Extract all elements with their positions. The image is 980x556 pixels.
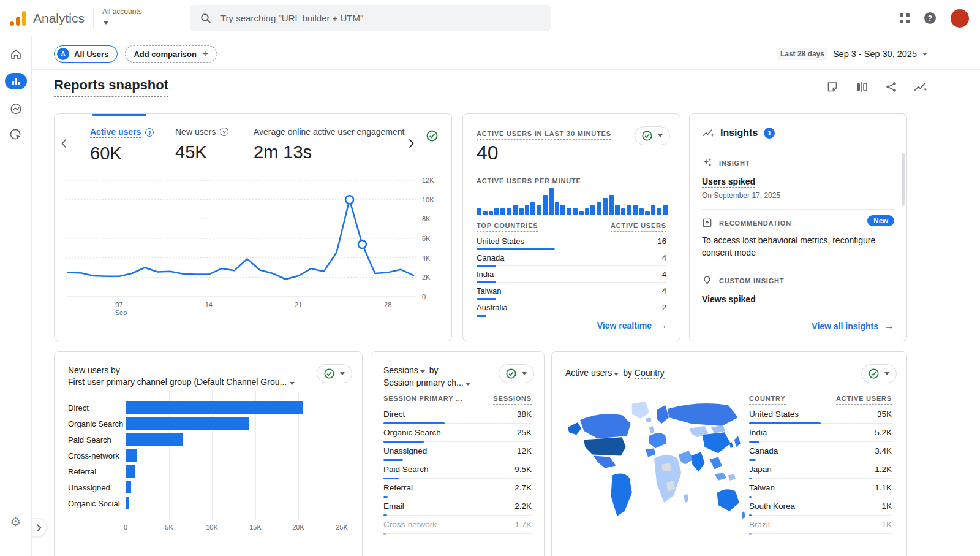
share-icon[interactable] bbox=[885, 81, 897, 93]
bar bbox=[126, 433, 183, 446]
axis-tick-label: 15K bbox=[243, 524, 268, 531]
next-metrics-chevron[interactable] bbox=[409, 139, 415, 151]
check-circle-icon bbox=[506, 368, 516, 379]
recommendation-text[interactable]: To access lost behavioral metrics, recon… bbox=[702, 235, 883, 259]
minute-bar bbox=[627, 205, 631, 215]
avatar[interactable] bbox=[951, 9, 969, 28]
account-switcher[interactable]: All accounts bbox=[102, 7, 142, 27]
svg-text:10K: 10K bbox=[422, 196, 434, 204]
chevron-down-icon bbox=[522, 372, 527, 375]
minute-bar bbox=[543, 195, 548, 215]
insight-users-spiked[interactable]: Users spiked bbox=[702, 177, 755, 188]
value-bar bbox=[477, 315, 486, 317]
table-row: Email2.2K bbox=[383, 497, 532, 516]
search-input[interactable]: Try searching "URL builder + UTM" bbox=[190, 5, 551, 31]
insights-header: Insights 1 bbox=[702, 128, 775, 139]
sidebar-item-admin[interactable]: ⚙ bbox=[10, 514, 21, 529]
insight-section-label: INSIGHT bbox=[702, 158, 750, 168]
minute-bar bbox=[603, 198, 608, 215]
insight-views-spiked[interactable]: Views spiked bbox=[702, 294, 756, 304]
metric-value: 2m 13s bbox=[254, 142, 404, 162]
comparison-mode-icon[interactable] bbox=[855, 81, 869, 93]
date-range-picker[interactable]: Last 28 days Sep 3 - Sep 30, 2025 bbox=[777, 45, 927, 63]
segment-chip-all-users[interactable]: A All Users bbox=[54, 45, 118, 63]
sidebar-item-advertising[interactable] bbox=[9, 128, 23, 142]
bar-label: Paid Search bbox=[68, 435, 124, 444]
metric-tab-new-users[interactable]: New users? 45K bbox=[175, 127, 228, 162]
metric-tab-engagement[interactable]: Average online active user engagement 2m… bbox=[254, 127, 404, 162]
bar-chart-icon bbox=[10, 76, 21, 87]
data-quality-dropdown[interactable] bbox=[635, 126, 670, 145]
add-note-icon[interactable] bbox=[826, 81, 839, 93]
table-row: United States35K bbox=[749, 405, 892, 424]
metric-value: 45K bbox=[175, 142, 228, 162]
realtime-title[interactable]: ACTIVE USERS IN LAST 30 MINUTES bbox=[477, 130, 611, 140]
card-title[interactable]: New users by First user primary channel … bbox=[68, 365, 295, 388]
bar-label: Cross-network bbox=[68, 451, 124, 460]
table-row: Canada3.4K bbox=[749, 442, 892, 460]
value-bar bbox=[477, 281, 496, 283]
card-title[interactable]: Sessions by Session primary ch... bbox=[383, 364, 472, 389]
prev-metrics-chevron[interactable] bbox=[61, 139, 67, 151]
bar-label: Direct bbox=[68, 403, 124, 413]
value-bar bbox=[383, 459, 403, 461]
bar-row: Unassigned bbox=[68, 481, 351, 497]
chevron-down-icon bbox=[340, 372, 345, 375]
date-preset-label: Last 28 days bbox=[777, 48, 827, 60]
bar bbox=[126, 449, 137, 462]
table-row: India4 bbox=[477, 266, 666, 283]
value-bar bbox=[383, 441, 424, 443]
sidebar-item-home[interactable] bbox=[10, 48, 22, 60]
svg-text:28: 28 bbox=[384, 301, 391, 308]
view-all-insights-link[interactable]: View all insights→ bbox=[812, 320, 894, 332]
data-quality-dropdown[interactable] bbox=[499, 364, 534, 383]
account-switcher-label: All accounts bbox=[102, 7, 142, 16]
add-comparison-button[interactable]: Add comparison + bbox=[125, 45, 217, 63]
bar-row: Organic Search bbox=[68, 417, 351, 433]
table-row: Cross-network1.7K bbox=[383, 516, 532, 534]
sidebar-item-explore[interactable] bbox=[9, 102, 22, 115]
sidebar-item-reports-active[interactable] bbox=[5, 73, 27, 89]
advertising-icon bbox=[9, 128, 23, 142]
topbar-divider bbox=[93, 9, 94, 28]
comparison-controls: A All Users Add comparison + bbox=[54, 45, 217, 63]
insights-count-badge: 1 bbox=[764, 128, 775, 139]
help-circle-icon[interactable]: ? bbox=[220, 128, 228, 136]
analytics-logo[interactable]: Analytics bbox=[10, 0, 85, 36]
data-quality-check-icon[interactable] bbox=[426, 130, 438, 144]
check-circle-icon bbox=[642, 131, 652, 141]
analytics-logo-icon bbox=[10, 11, 26, 26]
chevron-down-icon bbox=[922, 53, 927, 56]
minute-bar bbox=[555, 202, 560, 215]
insights-icon[interactable] bbox=[914, 81, 927, 93]
value-bar bbox=[477, 248, 555, 250]
axis-tick-label: 0 bbox=[113, 524, 138, 531]
minute-bar bbox=[513, 205, 518, 215]
minute-bar bbox=[530, 202, 535, 215]
minute-bar bbox=[645, 211, 650, 215]
explore-icon bbox=[9, 102, 22, 115]
card-title[interactable]: Active users by Country bbox=[565, 367, 665, 379]
minute-bar bbox=[507, 208, 511, 215]
metric-tab-active-users[interactable]: Active users? 60K bbox=[90, 127, 154, 164]
axis-tick-label: 5K bbox=[157, 524, 181, 531]
help-circle-icon[interactable]: ? bbox=[145, 128, 154, 137]
table-row: Japan1.2K bbox=[749, 460, 892, 479]
scrollbar[interactable] bbox=[902, 153, 905, 206]
nav-rail: ⚙ bbox=[0, 36, 32, 556]
data-quality-dropdown[interactable] bbox=[317, 364, 352, 383]
help-icon[interactable]: ? bbox=[924, 12, 936, 24]
bar-row: Referral bbox=[68, 465, 351, 481]
value-bar bbox=[477, 298, 496, 300]
bar bbox=[126, 481, 131, 493]
apps-grid-icon[interactable] bbox=[900, 13, 910, 23]
table-row: Organic Search25K bbox=[383, 424, 532, 442]
active-users-by-country-card: Active users by Country bbox=[551, 351, 907, 556]
chevron-down-icon bbox=[420, 370, 425, 373]
insight-date: On September 17, 2025 bbox=[702, 191, 780, 200]
value-bar bbox=[749, 441, 760, 443]
table-row: Referral2.7K bbox=[383, 479, 532, 497]
header-divider bbox=[32, 69, 980, 70]
data-quality-dropdown[interactable] bbox=[861, 364, 897, 383]
view-realtime-link[interactable]: View realtime→ bbox=[597, 319, 668, 332]
